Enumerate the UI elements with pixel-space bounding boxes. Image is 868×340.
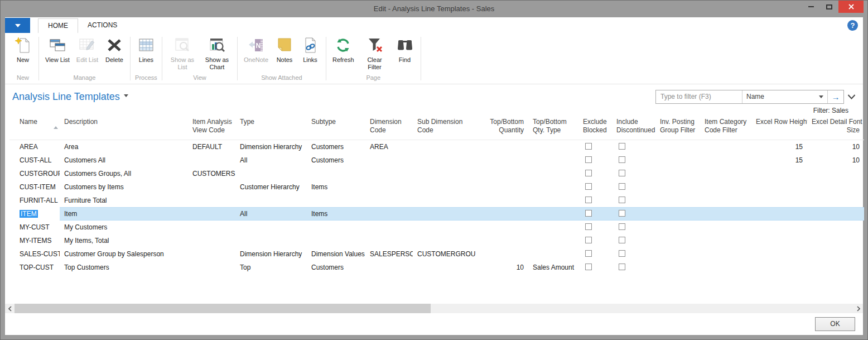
cell-inv_posting_group_filter[interactable]	[655, 154, 700, 167]
cell-subtype[interactable]	[307, 167, 365, 180]
cell-exclude_blocked[interactable]	[578, 221, 612, 234]
cell-type[interactable]	[235, 234, 307, 247]
cell-excel_row_height[interactable]	[751, 194, 807, 207]
exclude_blocked-checkbox[interactable]	[585, 264, 592, 270]
cell-top_bottom_quantity[interactable]	[475, 221, 528, 234]
column-header-excel_row_height[interactable]: Excel Row Height	[751, 116, 807, 140]
exclude_blocked-checkbox[interactable]	[585, 223, 592, 230]
column-header-sub_dimension_code[interactable]: Sub DimensionCode	[413, 116, 475, 140]
cell-excel_row_height[interactable]: 15	[751, 140, 807, 154]
links-button[interactable]: Links	[297, 35, 323, 65]
view-list-button[interactable]: View List	[42, 35, 73, 65]
exclude_blocked-checkbox[interactable]	[585, 156, 592, 163]
cell-sub_dimension_code[interactable]	[413, 194, 475, 207]
cell-excel_detail_font_size[interactable]	[807, 180, 864, 194]
collapse-pane-button[interactable]	[844, 94, 859, 99]
cell-subtype[interactable]: Customers	[307, 140, 365, 154]
cell-dimension_code[interactable]: AREA	[365, 140, 413, 154]
table-row[interactable]: MY-ITEMSMy Items, Total	[9, 234, 864, 247]
apply-filter-button[interactable]: →	[827, 90, 843, 103]
cell-description[interactable]: Top Customers	[60, 261, 188, 274]
cell-inv_posting_group_filter[interactable]	[655, 167, 700, 180]
cell-subtype[interactable]: Items	[307, 180, 365, 194]
cell-subtype[interactable]: Items	[307, 207, 365, 221]
page-menu-caret-icon[interactable]	[124, 94, 128, 97]
cell-sub_dimension_code[interactable]	[413, 261, 475, 274]
cell-top_bottom_qty_type[interactable]	[528, 167, 578, 180]
cell-name[interactable]: CUST-ITEM	[9, 180, 60, 194]
cell-excel_detail_font_size[interactable]	[807, 247, 864, 261]
include_discontinued-checkbox[interactable]	[619, 170, 625, 176]
cell-item_analysis_view_code[interactable]: CUSTOMERS	[188, 167, 235, 180]
cell-sub_dimension_code[interactable]	[413, 207, 475, 221]
cell-type[interactable]	[235, 194, 307, 207]
cell-description[interactable]: My Customers	[60, 221, 188, 234]
cell-description[interactable]: Customers by Items	[60, 180, 188, 194]
cell-dimension_code[interactable]	[365, 261, 413, 274]
cell-exclude_blocked[interactable]	[578, 261, 612, 274]
ok-button[interactable]: OK	[815, 317, 855, 331]
cell-item_category_code_filter[interactable]	[700, 221, 751, 234]
cell-exclude_blocked[interactable]	[578, 234, 612, 247]
cell-inv_posting_group_filter[interactable]	[655, 247, 700, 261]
cell-subtype[interactable]	[307, 221, 365, 234]
cell-description[interactable]: Customers Groups, All	[60, 167, 188, 180]
table-row[interactable]: CUST-ALLCustomers AllAllCustomers1510	[9, 154, 864, 167]
cell-exclude_blocked[interactable]	[578, 140, 612, 154]
table-row[interactable]: FURNIT-ALLFurniture Total	[9, 194, 864, 207]
cell-name[interactable]: MY-ITEMS	[9, 234, 60, 247]
cell-description[interactable]: Custromer Group by Salesperson	[60, 247, 188, 261]
cell-inv_posting_group_filter[interactable]	[655, 207, 700, 221]
cell-item_category_code_filter[interactable]	[700, 194, 751, 207]
cell-sub_dimension_code[interactable]	[413, 221, 475, 234]
maximize-button[interactable]	[820, 1, 838, 13]
delete-button[interactable]: Delete	[102, 35, 127, 65]
exclude_blocked-checkbox[interactable]	[585, 143, 592, 150]
cell-inv_posting_group_filter[interactable]	[655, 140, 700, 154]
cell-excel_row_height[interactable]	[751, 221, 807, 234]
include_discontinued-checkbox[interactable]	[619, 143, 625, 150]
cell-type[interactable]: All	[235, 207, 307, 221]
cell-top_bottom_qty_type[interactable]	[528, 140, 578, 154]
scroll-right-button[interactable]	[853, 304, 863, 313]
column-header-inv_posting_group_filter[interactable]: Inv. PostingGroup Filter	[655, 116, 700, 140]
table-row[interactable]: ITEMItemAllItems	[9, 207, 864, 221]
cell-include_discontinued[interactable]	[612, 234, 655, 247]
column-header-description[interactable]: Description	[60, 116, 188, 140]
cell-type[interactable]: All	[235, 154, 307, 167]
cell-description[interactable]: Area	[60, 140, 188, 154]
filter-column-select[interactable]: Name	[742, 90, 827, 103]
cell-inv_posting_group_filter[interactable]	[655, 261, 700, 274]
cell-sub_dimension_code[interactable]	[413, 154, 475, 167]
cell-include_discontinued[interactable]	[612, 207, 655, 221]
cell-top_bottom_qty_type[interactable]	[528, 180, 578, 194]
application-menu-button[interactable]	[5, 18, 30, 33]
cell-excel_row_height[interactable]	[751, 180, 807, 194]
exclude_blocked-checkbox[interactable]	[585, 183, 592, 190]
cell-top_bottom_quantity[interactable]	[475, 194, 528, 207]
cell-excel_detail_font_size[interactable]	[807, 234, 864, 247]
cell-type[interactable]: Customer Hierarchy	[235, 180, 307, 194]
include_discontinued-checkbox[interactable]	[619, 156, 625, 163]
cell-dimension_code[interactable]	[365, 154, 413, 167]
cell-dimension_code[interactable]	[365, 180, 413, 194]
exclude_blocked-checkbox[interactable]	[585, 170, 592, 176]
cell-item_analysis_view_code[interactable]	[188, 207, 235, 221]
cell-sub_dimension_code[interactable]	[413, 180, 475, 194]
cell-subtype[interactable]: Customers	[307, 261, 365, 274]
cell-subtype[interactable]: Dimension Values	[307, 247, 365, 261]
cell-item_analysis_view_code[interactable]	[188, 261, 235, 274]
cell-sub_dimension_code[interactable]	[413, 234, 475, 247]
cell-excel_detail_font_size[interactable]	[807, 167, 864, 180]
cell-item_analysis_view_code[interactable]	[188, 180, 235, 194]
table-row[interactable]: MY-CUSTMy Customers	[9, 221, 864, 234]
cell-include_discontinued[interactable]	[612, 261, 655, 274]
show-as-chart-button[interactable]: Show as Chart	[200, 35, 234, 72]
cell-name[interactable]: TOP-CUST	[9, 261, 60, 274]
include_discontinued-checkbox[interactable]	[619, 237, 625, 243]
cell-top_bottom_qty_type[interactable]: Sales Amount	[528, 261, 578, 274]
cell-sub_dimension_code[interactable]	[413, 167, 475, 180]
cell-inv_posting_group_filter[interactable]	[655, 234, 700, 247]
cell-top_bottom_quantity[interactable]	[475, 167, 528, 180]
scrollbar-thumb[interactable]	[15, 304, 431, 313]
